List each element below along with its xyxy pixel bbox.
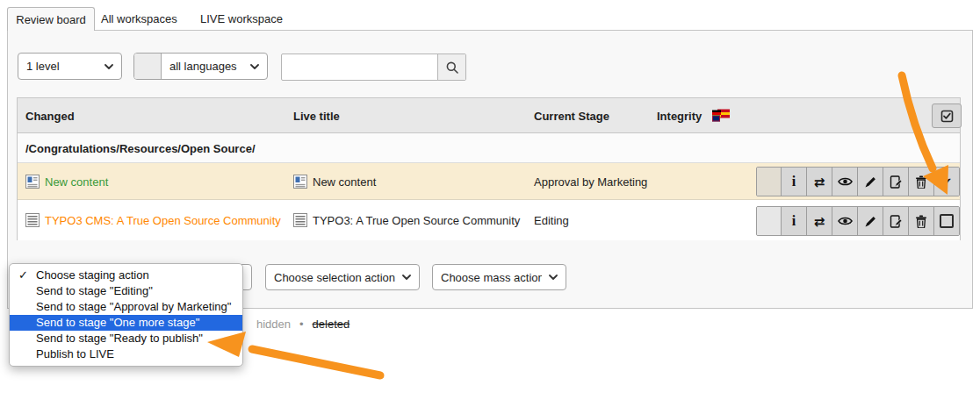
current-stage: Editing bbox=[534, 214, 569, 227]
checkbox-empty-icon bbox=[940, 214, 954, 228]
eye-icon bbox=[838, 216, 853, 226]
legend-separator: • bbox=[299, 318, 304, 331]
language-flag-addon bbox=[134, 54, 162, 79]
chevron-down-icon bbox=[402, 275, 411, 280]
table-header-row: Changed Live title Current Stage Integri… bbox=[18, 98, 960, 133]
mass-action-select[interactable]: Choose mass action bbox=[432, 264, 566, 290]
changed-title[interactable]: TYPO3 CMS: A True Open Source Community bbox=[45, 214, 281, 227]
chevron-down-icon bbox=[250, 64, 259, 69]
page-path: /Congratulations/Resources/Open Source/ bbox=[25, 141, 256, 154]
swap-arrows-icon: ⇄ bbox=[814, 215, 825, 228]
content-element-icon bbox=[293, 175, 307, 189]
search-group bbox=[281, 54, 466, 81]
menu-item-label: Send to stage "Ready to publish" bbox=[36, 332, 203, 345]
tab-review-board-label: Review board bbox=[16, 13, 86, 26]
table-row[interactable]: TYPO3 CMS: A True Open Source Community … bbox=[18, 200, 960, 240]
language-select-value: all languages bbox=[169, 60, 237, 73]
row-actions: i ⇄ ✔ bbox=[756, 167, 960, 196]
swap-arrows-icon: ⇄ bbox=[814, 175, 825, 189]
menu-item-label: Send to stage "Approval by Marketing" bbox=[36, 300, 231, 313]
menu-item-send-to-editing[interactable]: Send to stage "Editing" bbox=[10, 283, 242, 299]
check-icon: ✔ bbox=[941, 175, 953, 189]
text-element-icon bbox=[293, 213, 307, 227]
discard-button[interactable] bbox=[908, 207, 933, 235]
edit-button[interactable] bbox=[857, 168, 883, 196]
trash-icon bbox=[915, 215, 927, 228]
table-row[interactable]: New content New content Approval by Mark… bbox=[18, 163, 960, 200]
info-button[interactable]: i bbox=[781, 207, 806, 235]
mass-action-value: Choose mass action bbox=[441, 271, 542, 284]
menu-item-choose-staging-action[interactable]: ✓ Choose staging action bbox=[10, 268, 242, 283]
current-stage: Approval by Marketing bbox=[534, 175, 647, 188]
text-element-icon bbox=[25, 213, 40, 227]
menu-item-label: Publish to LIVE bbox=[36, 347, 114, 360]
staging-action-menu: ✓ Choose staging action Send to stage "E… bbox=[9, 263, 243, 367]
search-button[interactable] bbox=[437, 54, 465, 80]
depth-select[interactable]: 1 level bbox=[18, 53, 122, 80]
languages-flags-icon bbox=[712, 109, 730, 122]
depth-select-value: 1 level bbox=[26, 60, 60, 73]
menu-item-label: Send to stage "Editing" bbox=[36, 284, 153, 297]
menu-item-label: Choose staging action bbox=[36, 268, 149, 282]
preview-button[interactable] bbox=[832, 207, 857, 235]
info-icon: i bbox=[792, 175, 796, 189]
content-element-icon bbox=[25, 175, 40, 189]
edit-button[interactable] bbox=[857, 207, 883, 235]
chevron-down-icon bbox=[104, 64, 113, 69]
column-header-integrity: Integrity bbox=[657, 109, 702, 122]
column-header-current-stage: Current Stage bbox=[534, 109, 609, 122]
flag-uk bbox=[712, 115, 720, 121]
tab-live-workspace-label: LIVE workspace bbox=[200, 12, 283, 25]
legend-hidden: hidden bbox=[256, 318, 291, 331]
eye-icon bbox=[838, 176, 853, 187]
legend-deleted: deleted bbox=[313, 318, 350, 331]
page-path-row: /Congratulations/Resources/Open Source/ bbox=[18, 133, 960, 163]
workspace-records-table: Changed Live title Current Stage Integri… bbox=[17, 97, 961, 240]
arrow-to-menu-item bbox=[252, 349, 380, 375]
send-to-stage-button[interactable]: ⇄ bbox=[806, 168, 832, 196]
workspaces-module: { "tabs": [ {"label": "Review board", "a… bbox=[0, 0, 980, 414]
row-select-checkbox-unchecked[interactable] bbox=[933, 207, 959, 235]
preview-button[interactable] bbox=[832, 168, 857, 196]
document-edit-icon bbox=[890, 215, 903, 228]
info-button[interactable]: i bbox=[781, 168, 806, 196]
menu-item-send-to-approval-by-marketing[interactable]: Send to stage "Approval by Marketing" bbox=[10, 299, 242, 315]
language-select-group: all languages bbox=[133, 53, 268, 80]
action-spacer bbox=[757, 168, 781, 196]
tab-all-workspaces[interactable]: All workspaces bbox=[101, 7, 177, 30]
send-to-stage-button[interactable]: ⇄ bbox=[806, 207, 832, 235]
menu-item-send-to-one-more-stage[interactable]: Send to stage "One more stage" bbox=[10, 315, 242, 331]
menu-item-label: Send to stage "One more stage" bbox=[36, 316, 199, 329]
column-header-changed: Changed bbox=[25, 109, 75, 122]
language-select[interactable]: all languages bbox=[162, 54, 267, 79]
column-header-live-title: Live title bbox=[293, 109, 340, 122]
pencil-icon bbox=[864, 215, 877, 228]
live-title: TYPO3: A True Open Source Community bbox=[313, 214, 520, 227]
tab-review-board[interactable]: Review board bbox=[7, 7, 95, 31]
open-version-button[interactable] bbox=[883, 168, 908, 196]
selection-action-select[interactable]: Choose selection action bbox=[265, 264, 420, 290]
checkbox-checked-icon bbox=[940, 110, 954, 123]
menu-check-icon: ✓ bbox=[18, 268, 28, 283]
search-icon bbox=[445, 61, 459, 75]
selection-action-value: Choose selection action bbox=[274, 271, 395, 284]
tab-live-workspace[interactable]: LIVE workspace bbox=[200, 7, 283, 30]
tab-all-workspaces-label: All workspaces bbox=[101, 12, 177, 25]
document-edit-icon bbox=[890, 175, 903, 189]
pencil-icon bbox=[864, 175, 877, 189]
live-title: New content bbox=[313, 175, 376, 188]
row-actions: i ⇄ bbox=[756, 206, 960, 236]
menu-item-publish-to-live[interactable]: Publish to LIVE bbox=[10, 346, 242, 362]
info-icon: i bbox=[792, 214, 796, 228]
search-input[interactable] bbox=[282, 54, 437, 80]
trash-icon bbox=[915, 175, 927, 189]
legend: hidden • deleted bbox=[256, 317, 349, 331]
open-version-button[interactable] bbox=[883, 207, 908, 235]
action-spacer bbox=[757, 207, 781, 235]
row-select-checkbox-checked[interactable]: ✔ bbox=[933, 168, 959, 196]
menu-item-send-to-ready-to-publish[interactable]: Send to stage "Ready to publish" bbox=[10, 331, 242, 346]
chevron-down-icon bbox=[549, 275, 558, 280]
discard-button[interactable] bbox=[908, 168, 933, 196]
changed-title[interactable]: New content bbox=[45, 175, 108, 188]
select-all-button[interactable] bbox=[932, 104, 962, 128]
